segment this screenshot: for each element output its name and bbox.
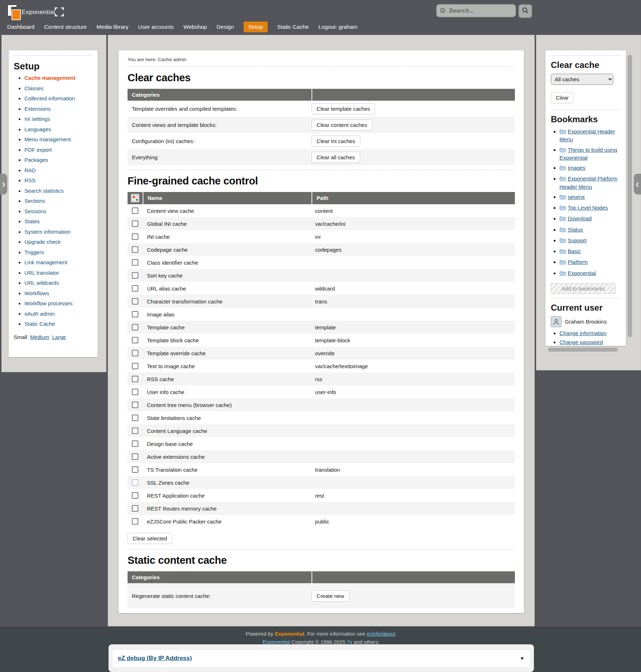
sidebar-link-extensions[interactable]: Extensions [24,106,51,112]
sidebar-link-menu-management[interactable]: Menu management [24,136,71,142]
search-button[interactable] [518,4,532,18]
sidebar-link-sessions[interactable]: Sessions [24,208,46,214]
link-change-password[interactable]: Change password [559,339,603,345]
sidebar-link-link-management[interactable]: Link management [24,259,67,265]
sidebar-link-rss[interactable]: RSS [24,177,36,183]
clear-selected-button[interactable]: Clear selected [128,533,172,544]
sidebar-link-system-information[interactable]: System information [24,229,70,235]
checkbox-global-ini-cache[interactable] [132,220,138,227]
checkbox-design-base-cache[interactable] [132,440,138,447]
clear-cache-button[interactable]: Clear [551,92,574,103]
debug-collapse-icon[interactable]: ▼ [520,655,525,661]
cache-button-cell: Clear all caches [312,152,360,163]
checkbox-codepage-cache[interactable] [132,246,138,253]
bookmark-link-exponential[interactable]: Exponential [568,270,596,276]
sidebar-link-packages[interactable]: Packages [24,157,48,163]
bookmark-link-images[interactable]: Images [568,165,585,171]
sidebar-link-pdf-export[interactable]: PDF export [24,147,52,153]
left-panel-collapse-tab[interactable]: ❯ [0,174,7,195]
bookmark-item-status: Status [559,226,621,234]
sidebar-link-languages[interactable]: Languages [24,126,51,132]
right-sidebar-horizontal-scrollbar[interactable] [548,348,618,352]
checkbox-rest-application-cache[interactable] [132,492,138,499]
bookmark-link-status[interactable]: Status [568,227,583,233]
sidebar-link-workflow-processes[interactable]: Workflow processes [24,300,73,306]
bookmark-link-support[interactable]: Support [568,237,587,243]
checkbox-active-extensions-cache[interactable] [132,453,138,460]
checkbox-template-cache[interactable] [132,324,138,330]
checkbox-rss-cache[interactable] [132,376,138,382]
bookmark-link-basic[interactable]: Basic [568,248,581,254]
checkbox-template-block-cache[interactable] [132,337,138,343]
bookmark-link-exponential-header-menu[interactable]: Exponential Header Menu [559,128,615,142]
bookmark-link-download[interactable]: Download [568,215,592,221]
checkbox-ini-cache[interactable] [132,233,138,240]
sidebar-link-cache-management[interactable]: Cache management [24,75,75,81]
button-clear-content-caches[interactable]: Clear content caches [312,119,372,131]
sidebar-link-url-wildcards[interactable]: URL wildcards [24,280,59,286]
right-panel-collapse-tab[interactable]: ❮ [634,174,641,195]
cache-path: ini [311,234,515,240]
checkbox-ts-translation-cache[interactable] [132,466,138,473]
checkbox-class-identifier-cache[interactable] [132,259,138,266]
clear-cache-scope-select[interactable]: All caches [551,74,613,85]
checkbox-state-limitations-cache[interactable] [132,415,138,421]
fullscreen-icon[interactable] [55,7,64,17]
checkbox-template-override-cache[interactable] [132,350,138,356]
sidebar-link-search-statistics[interactable]: Search statistics [24,188,64,194]
size-link-large[interactable]: Large [52,334,66,340]
footer-link-ezinfo-about[interactable]: ezinfo/about [367,631,395,637]
bookmark-link-exponential-platform-header-menu[interactable]: Exponential Platform Header Menu [559,175,617,189]
checkbox-content-view-cache[interactable] [132,207,138,214]
bookmark-link-sevenx[interactable]: sevenx [568,194,585,200]
sidebar-link-url-translator[interactable]: URL translator [24,270,59,276]
checkbox-content-tree-menu-browser-cache[interactable] [132,402,138,408]
invert-selection-icon[interactable] [131,194,139,202]
nav-item-design[interactable]: Design [217,24,234,30]
button-clear-all-caches[interactable]: Clear all caches [312,152,360,163]
sidebar-link-oauth-admin[interactable]: oAuth admin [24,311,55,317]
button-clear-template-caches[interactable]: Clear template caches [312,103,375,114]
bookmark-link-things-to-build-using-exponential[interactable]: Things to build using Exponential [559,147,617,161]
sidebar-link-upgrade-check[interactable]: Upgrade check [24,239,61,245]
checkbox-text-to-image-cache[interactable] [132,363,138,369]
size-link-medium[interactable]: Medium [30,334,49,340]
checkbox-content-language-cache[interactable] [132,428,138,434]
checkbox-url-alias-cache[interactable] [132,285,138,292]
sidebar-link-classes[interactable]: Classes [24,85,43,91]
checkbox-sort-key-cache[interactable] [132,272,138,279]
right-sidebar-vertical-scrollbar[interactable] [628,55,632,337]
checkbox-character-transformation-cache[interactable] [132,298,138,305]
bookmark-item-platform: Platform [559,259,621,266]
debug-title-link[interactable]: eZ debug (By IP Address) [118,655,192,662]
nav-item-content-structure[interactable]: Content structure [44,24,87,30]
nav-item-setup[interactable]: Setup [244,22,268,32]
sidebar-link-static-cache[interactable]: Static Cache [24,321,55,327]
cache-button-cell: Clear Ini caches [312,136,360,147]
bookmark-link-top-level-nodes[interactable]: Top Level Nodes [568,205,608,211]
checkbox-image-alias[interactable] [132,311,138,317]
search-input[interactable] [436,4,516,17]
nav-item-static-cache[interactable]: Static Cache [277,24,309,30]
nav-item-media-library[interactable]: Media library [97,24,129,30]
sidebar-link-sections[interactable]: Sections [24,198,45,204]
button-create-new[interactable]: Create new [312,590,349,602]
bookmark-link-platform[interactable]: Platform [568,259,588,265]
cache-name: eZJSCore Public Packer cache [143,518,311,525]
sidebar-link-collected-information[interactable]: Collected information [24,95,75,101]
nav-item-user-accounts[interactable]: User accounts [138,24,174,30]
nav-item-dashboard[interactable]: Dashboard [7,24,34,30]
button-clear-ini-caches[interactable]: Clear Ini caches [312,136,360,147]
checkbox-user-info-cache[interactable] [132,389,138,395]
sidebar-link-states[interactable]: States [24,218,40,224]
checkbox-ezjscore-public-packer-cache[interactable] [132,518,138,525]
cache-name: REST Routes memory cache [143,506,311,512]
sidebar-link-triggers[interactable]: Triggers [24,249,44,255]
link-change-information[interactable]: Change information [559,330,607,336]
nav-item-webshop[interactable]: Webshop [184,24,207,30]
nav-item-logout-graham[interactable]: Logout: graham [318,24,358,30]
sidebar-link-ini-settings[interactable]: Ini settings [24,116,50,122]
sidebar-link-rad[interactable]: RAD [24,167,36,173]
checkbox-rest-routes-memory-cache[interactable] [132,505,138,512]
sidebar-link-workflows[interactable]: Workflows [24,290,49,296]
